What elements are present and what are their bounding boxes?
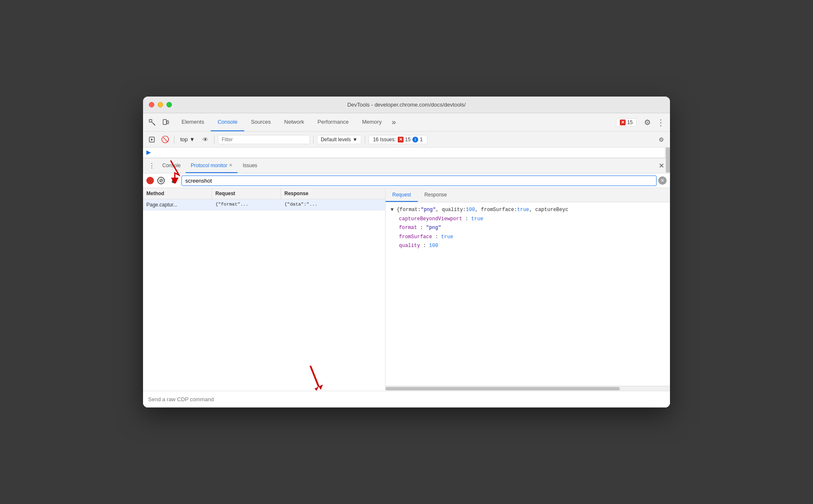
json-field-2: format : "png" [391, 224, 665, 233]
protocol-table-container: Method Request Response Page.captur... {… [143, 188, 670, 391]
traffic-lights [149, 102, 172, 107]
console-content: ▶ [143, 148, 665, 158]
console-prompt-line: ▶ [143, 148, 665, 158]
error-icon: ✕ [620, 120, 626, 125]
column-request: Request [212, 188, 281, 199]
devtools-panel: Elements Console Sources Network Perform… [143, 113, 670, 407]
protocol-search-bar: ⊘ ⬇ ✕ [143, 173, 670, 188]
settings-button[interactable]: ⚙ [642, 117, 653, 128]
expand-arrow[interactable]: ▶ [146, 149, 151, 155]
main-scrollbar[interactable] [665, 148, 670, 158]
drawer-tab-console[interactable]: Console [157, 158, 186, 173]
table-row[interactable]: Page.captur... {"format"... {"data":"... [143, 199, 385, 211]
run-script-button[interactable] [146, 134, 157, 145]
svg-rect-0 [149, 120, 152, 122]
protocol-table-header: Method Request Response [143, 188, 385, 199]
toolbar-divider [174, 135, 174, 144]
error-count-badge[interactable]: ✕ 15 [616, 118, 637, 127]
svg-rect-4 [167, 121, 169, 124]
more-tabs-button[interactable]: » [389, 113, 399, 131]
json-field-4: quality : 100 [391, 242, 665, 251]
console-settings-button[interactable]: ⚙ [656, 134, 667, 145]
log-levels-button[interactable]: Default levels ▼ [317, 135, 361, 144]
svg-rect-3 [163, 120, 166, 125]
column-method: Method [143, 188, 212, 199]
drawer-menu-button[interactable]: ⋮ [146, 160, 157, 171]
titlebar: DevTools - developer.chrome.com/docs/dev… [143, 97, 670, 113]
drawer-tab-close[interactable]: ✕ [229, 163, 233, 168]
tab-console[interactable]: Console [211, 113, 244, 131]
toolbar-divider-2 [214, 135, 215, 144]
detail-tab-response[interactable]: Response [418, 188, 454, 202]
close-button[interactable] [149, 102, 154, 107]
scrollbar-thumb [386, 387, 620, 390]
svg-marker-6 [151, 138, 153, 141]
issues-info-icon: i [412, 137, 418, 143]
row-method: Page.captur... [143, 199, 212, 210]
filter-input[interactable] [218, 135, 310, 144]
record-button[interactable] [146, 177, 154, 184]
drawer-close-button[interactable]: ✕ [656, 160, 667, 171]
cdp-command-bar [143, 391, 670, 407]
clear-protocol-button[interactable]: ⊘ [157, 177, 165, 184]
browser-window: DevTools - developer.chrome.com/docs/dev… [143, 97, 670, 407]
tab-performance[interactable]: Performance [311, 113, 355, 131]
row-request: {"format"... [212, 199, 281, 210]
protocol-right-panel: Request Response ▼ {format: "png" , qual… [386, 188, 670, 391]
console-area: ▶ [143, 148, 670, 158]
search-clear-button[interactable]: ✕ [658, 176, 667, 185]
toolbar-divider-4 [365, 135, 365, 144]
collapse-icon[interactable]: ▼ [391, 206, 394, 215]
horizontal-scrollbar[interactable] [386, 386, 670, 391]
protocol-detail-content: ▼ {format: "png" , quality: 100 , fromSu… [386, 202, 670, 386]
context-selector[interactable]: top ▼ [178, 135, 197, 143]
json-field-3: fromSurface : true [391, 233, 665, 242]
issues-count-button[interactable]: 16 Issues: ✕ 15 i 1 [368, 135, 427, 144]
minimize-button[interactable] [158, 102, 163, 107]
protocol-monitor-content: ⊘ ⬇ ✕ Method Request Response [143, 173, 670, 391]
drawer-tab-list: ⋮ Console [143, 158, 670, 173]
maximize-button[interactable] [166, 102, 172, 107]
eye-button[interactable]: 👁 [200, 134, 211, 145]
json-root-line: ▼ {format: "png" , quality: 100 , fromSu… [391, 206, 665, 215]
row-response: {"data":"... [281, 199, 385, 210]
clear-console-button[interactable]: 🚫 [160, 134, 171, 145]
toolbar-divider-3 [313, 135, 314, 144]
issues-error-icon: ✕ [398, 137, 404, 143]
drawer-tab-protocol-monitor[interactable]: Protocol monitor ✕ [186, 158, 238, 173]
download-protocol-button[interactable]: ⬇ [167, 175, 178, 186]
tab-sources[interactable]: Sources [244, 113, 278, 131]
protocol-table-body: Page.captur... {"format"... {"data":"... [143, 199, 385, 391]
inspect-element-button[interactable] [146, 117, 158, 128]
cdp-command-input[interactable] [148, 396, 665, 402]
column-response: Response [281, 188, 385, 199]
drawer-tab-issues[interactable]: Issues [238, 158, 262, 173]
tab-memory[interactable]: Memory [355, 113, 389, 131]
tab-elements[interactable]: Elements [175, 113, 211, 131]
tab-network[interactable]: Network [278, 113, 311, 131]
detail-tab-request[interactable]: Request [386, 188, 418, 202]
console-toolbar: 🚫 top ▼ 👁 Default levels ▼ 16 Issues: ✕ … [143, 132, 670, 148]
protocol-detail-tabs: Request Response [386, 188, 670, 202]
svg-line-1 [153, 123, 155, 125]
devtools-tabs: Elements Console Sources Network Perform… [175, 113, 399, 131]
protocol-search-input[interactable] [182, 176, 657, 186]
more-options-button[interactable]: ⋮ [655, 117, 667, 128]
json-field-1: captureBeyondViewport : true [391, 215, 665, 224]
drawer-panel: ⋮ Console [143, 158, 670, 407]
window-title: DevTools - developer.chrome.com/docs/dev… [347, 102, 465, 108]
scrollbar-thumb [666, 148, 670, 173]
device-toolbar-button[interactable] [160, 117, 171, 128]
protocol-left-panel: Method Request Response Page.captur... {… [143, 188, 386, 391]
devtools-toolbar: Elements Console Sources Network Perform… [143, 113, 670, 132]
svg-line-2 [152, 122, 153, 123]
